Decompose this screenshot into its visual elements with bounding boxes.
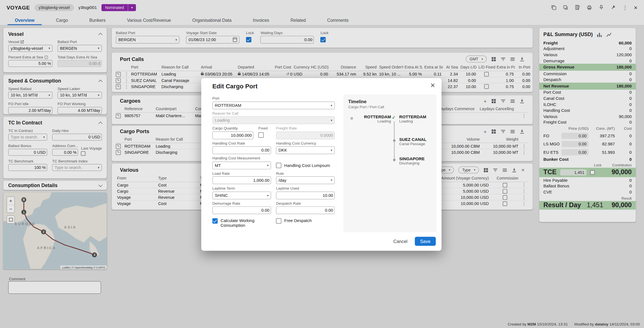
cargo-quantity-input[interactable]: 10,000.000 bbox=[212, 131, 254, 139]
drag-handle-icon[interactable]: ≡ bbox=[350, 116, 353, 121]
demurrage-rate-input[interactable]: 0.00 bbox=[212, 206, 271, 214]
fixed-checkbox[interactable] bbox=[258, 132, 264, 138]
check-icon: ✓ bbox=[392, 115, 396, 121]
cargo-port-form: Port ROTTERDAM▾ Reason for Call Loading▾… bbox=[212, 96, 335, 228]
voyage-app: VOYAGE y3tsgloe4g-vessel y3tsgi001 Nomin… bbox=[0, 0, 644, 328]
cancel-button[interactable]: Cancel bbox=[393, 239, 407, 244]
calculate-working-consumption-checkbox[interactable] bbox=[212, 218, 218, 224]
laytime-used-input[interactable]: 10.00 bbox=[276, 191, 335, 199]
handling-cost-measurement-select[interactable]: MT▾ bbox=[212, 161, 271, 169]
timeline-panel: Timeline Cargo Port / Port Call ≡ ROTTER… bbox=[343, 95, 437, 232]
rule-select[interactable]: /day▾ bbox=[276, 176, 335, 184]
timeline-port-call[interactable]: SUEZ CANAL Canal Passage bbox=[399, 137, 438, 146]
laytime-term-select[interactable]: SHINC▾ bbox=[212, 191, 271, 199]
reason-for-call-select: Loading▾ bbox=[212, 116, 335, 124]
handling-cost-currency-select[interactable]: DKK▾ bbox=[276, 146, 335, 154]
timeline-port-call[interactable]: SINGAPORE Discharging bbox=[399, 157, 438, 165]
freight-rate-input: 0.0000 bbox=[276, 131, 335, 139]
free-despatch-checkbox[interactable] bbox=[276, 218, 281, 224]
edit-cargo-port-dialog: Edit Cargo Port ✕ Port ROTTERDAM▾ Reason… bbox=[201, 78, 442, 251]
port-select[interactable]: ROTTERDAM▾ bbox=[212, 101, 335, 109]
dialog-title: Edit Cargo Port bbox=[212, 82, 258, 89]
dialog-close-icon[interactable]: ✕ bbox=[430, 82, 435, 89]
load-rate-input[interactable]: 1,000.00 bbox=[212, 176, 271, 184]
timeline-port-call[interactable]: ROTTERDAM Loading bbox=[399, 115, 438, 123]
save-button[interactable]: Save bbox=[415, 237, 436, 246]
timeline-cargo-port[interactable]: ROTTERDAM Loading bbox=[357, 115, 391, 123]
timeline-dot bbox=[393, 159, 396, 161]
handling-cost-lumpsum-checkbox[interactable] bbox=[276, 163, 281, 168]
handling-cost-rate-input[interactable]: 0.00 bbox=[212, 146, 271, 154]
despatch-rate-input[interactable]: 0.00 bbox=[276, 206, 335, 214]
timeline-dot bbox=[393, 139, 396, 142]
